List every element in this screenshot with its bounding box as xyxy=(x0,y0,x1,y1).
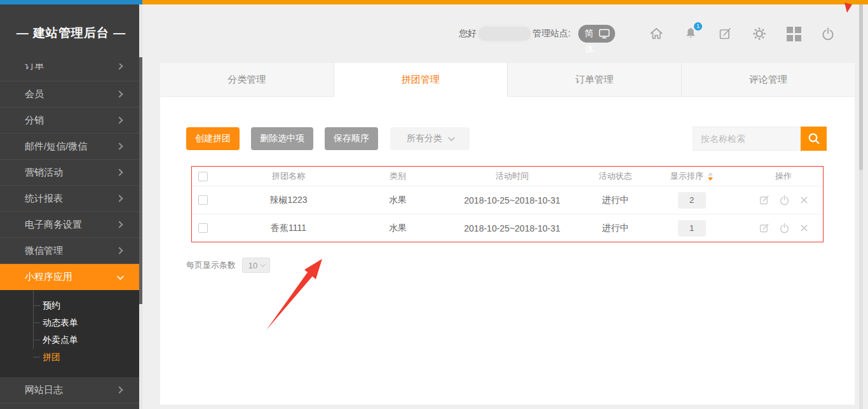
sidebar-item-wechat-management[interactable]: 微信管理 xyxy=(0,238,142,264)
page-scrollbar-thumb[interactable] xyxy=(859,4,863,170)
site-label: 管理站点: xyxy=(532,28,571,39)
sidebar-item-ecommerce-settings[interactable]: 电子商务设置 xyxy=(0,212,142,238)
edit-row-icon[interactable] xyxy=(758,222,770,234)
toolbar: 创建拼团 删除选中项 保存顺序 所有分类 xyxy=(186,127,827,151)
cell-category: 水果 xyxy=(363,195,433,206)
chevron-right-icon xyxy=(116,90,123,97)
sort-down-icon xyxy=(708,177,713,181)
cell-time: 2018-10-25~2018-10-31 xyxy=(433,223,592,233)
cell-actions xyxy=(744,194,823,206)
per-page-select[interactable]: 10 xyxy=(242,258,270,273)
tab-comment-management[interactable]: 评论管理 xyxy=(682,63,855,97)
delete-selected-button[interactable]: 删除选中项 xyxy=(251,127,313,150)
monitor-icon xyxy=(599,29,610,39)
notifications-button[interactable]: 1 xyxy=(682,25,699,42)
sidebar-item-mail-sms-wechat[interactable]: 邮件/短信/微信 xyxy=(0,134,142,160)
cell-name: 香蕉1111 xyxy=(214,223,363,234)
miniprogram-submenu: 预约 动态表单 外卖点单 拼团 xyxy=(0,290,142,377)
row-checkbox[interactable] xyxy=(198,223,208,233)
sidebar: — 建站管理后台 — 订单 会员 分销 邮件/短信/微信 营销活动 统计报表 电… xyxy=(0,4,142,409)
submenu-item-takeout[interactable]: 外卖点单 xyxy=(0,331,142,349)
sidebar-item-marketing[interactable]: 营销活动 xyxy=(0,160,142,186)
settings-button[interactable] xyxy=(751,25,768,42)
sidebar-item-miniprogram-apps[interactable]: 小程序应用 xyxy=(0,264,142,290)
accent-bar-orange xyxy=(142,0,868,4)
search-input[interactable] xyxy=(693,127,801,151)
edit-row-icon[interactable] xyxy=(758,194,770,206)
save-order-button[interactable]: 保存顺序 xyxy=(325,127,378,150)
chevron-down-icon xyxy=(260,261,265,267)
apps-grid-icon xyxy=(787,27,801,41)
apps-button[interactable] xyxy=(785,25,802,42)
delete-row-icon[interactable] xyxy=(799,223,810,233)
cell-category: 水果 xyxy=(363,223,433,234)
submenu-item-dynamic-form[interactable]: 动态表单 xyxy=(0,314,142,331)
language-pill[interactable]: 简 xyxy=(578,25,615,43)
sidebar-item-orders[interactable]: 订单 xyxy=(0,64,142,81)
sidebar-item-distribution[interactable]: 分销 xyxy=(0,107,142,134)
power-icon xyxy=(820,26,836,41)
sort-order-input[interactable]: 2 xyxy=(678,192,706,209)
per-page-label: 每页显示条数 xyxy=(186,260,236,271)
chevron-right-icon xyxy=(116,116,123,123)
select-all-checkbox[interactable] xyxy=(198,172,208,181)
app-title: — 建站管理后台 — xyxy=(0,25,142,41)
chevron-right-icon xyxy=(116,169,123,176)
chevron-right-icon xyxy=(116,221,123,228)
chevron-right-icon xyxy=(116,195,123,202)
tab-bar: 分类管理 拼团管理 订单管理 评论管理 xyxy=(160,63,855,97)
admin-page: — 建站管理后台 — 订单 会员 分销 邮件/短信/微信 营销活动 统计报表 电… xyxy=(0,0,868,409)
tab-category-management[interactable]: 分类管理 xyxy=(160,63,334,97)
chevron-down-icon xyxy=(448,134,455,141)
cell-status: 进行中 xyxy=(592,195,639,206)
language-pill-label: 简 xyxy=(585,28,593,39)
main-panel: 分类管理 拼团管理 订单管理 评论管理 创建拼团 删除选中项 保存顺序 所有分类 xyxy=(160,63,855,405)
language-switcher: 简 体 xyxy=(578,25,615,43)
cell-actions xyxy=(744,222,823,234)
search-icon xyxy=(807,132,821,146)
table-header-row: 拼团名称 类别 活动时间 活动状态 显示排序 操作 xyxy=(192,167,823,186)
submenu-item-booking[interactable]: 预约 xyxy=(0,297,142,314)
header-actions: 操作 xyxy=(744,170,823,182)
chevron-down-icon xyxy=(117,272,124,279)
tab-order-management[interactable]: 订单管理 xyxy=(508,63,682,97)
sort-toggle[interactable] xyxy=(708,172,713,181)
sidebar-item-statistics[interactable]: 统计报表 xyxy=(0,186,142,212)
sort-up-icon xyxy=(708,172,713,176)
search-button[interactable] xyxy=(801,127,827,151)
topbar: 您好 管理站点: 简 体 1 xyxy=(142,4,868,63)
notification-badge: 1 xyxy=(694,22,702,31)
gear-icon xyxy=(752,26,767,41)
accent-bar-blue xyxy=(0,0,142,4)
disable-row-icon[interactable] xyxy=(778,222,790,234)
group-buy-table: 拼团名称 类别 活动时间 活动状态 显示排序 操作 辣椒1223 水果 2018… xyxy=(191,166,824,242)
sidebar-scrollbar-thumb[interactable] xyxy=(139,57,142,304)
sidebar-item-site-logs[interactable]: 网站日志 xyxy=(0,377,142,403)
home-icon xyxy=(649,26,664,41)
chevron-right-icon xyxy=(116,142,123,149)
create-group-buy-button[interactable]: 创建拼团 xyxy=(186,127,240,150)
chevron-right-icon xyxy=(116,64,123,69)
edit-button[interactable] xyxy=(717,25,733,42)
sort-order-input[interactable]: 1 xyxy=(678,220,706,237)
delete-row-icon[interactable] xyxy=(799,195,810,205)
chevron-right-icon xyxy=(116,247,123,254)
chevron-right-icon xyxy=(116,386,123,393)
header-category: 类别 xyxy=(363,170,433,182)
logout-button[interactable] xyxy=(820,25,836,42)
sidebar-item-members[interactable]: 会员 xyxy=(0,81,142,107)
cell-status: 进行中 xyxy=(592,223,639,234)
category-filter-dropdown[interactable]: 所有分类 xyxy=(390,127,470,150)
pagination-bar: 每页显示条数 10 xyxy=(186,258,270,273)
row-checkbox[interactable] xyxy=(198,195,208,205)
tab-group-buy-management[interactable]: 拼团管理 xyxy=(334,63,508,97)
disable-row-icon[interactable] xyxy=(778,194,790,206)
header-name: 拼团名称 xyxy=(214,170,363,182)
cell-time: 2018-10-25~2018-10-31 xyxy=(433,195,592,205)
header-time: 活动时间 xyxy=(433,170,592,182)
submenu-item-group-buy[interactable]: 拼团 xyxy=(0,349,142,366)
header-sort: 显示排序 xyxy=(639,170,744,182)
home-button[interactable] xyxy=(648,25,665,42)
header-status: 活动状态 xyxy=(592,170,639,182)
cell-name: 辣椒1223 xyxy=(214,195,363,206)
